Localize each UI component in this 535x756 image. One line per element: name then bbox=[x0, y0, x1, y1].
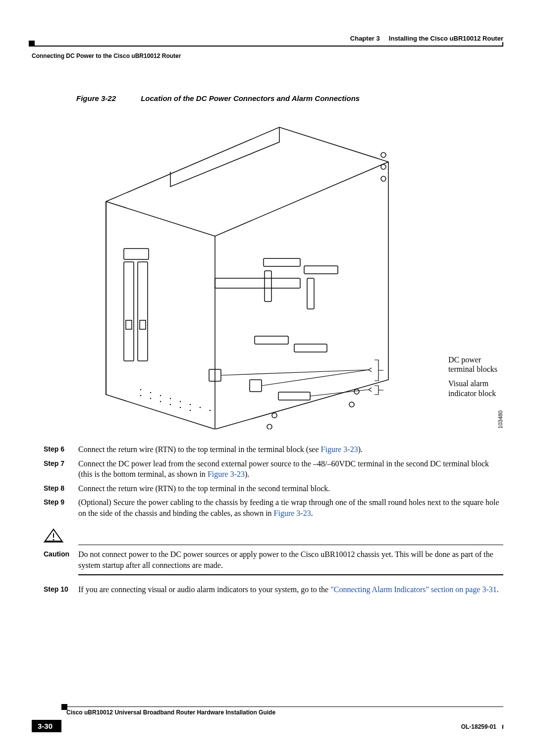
svg-point-26 bbox=[140, 395, 141, 396]
callout-text: DC power bbox=[448, 355, 497, 364]
svg-point-32 bbox=[354, 389, 359, 394]
text: Connect the return wire (RTN) to the top… bbox=[78, 445, 321, 454]
callout-text: Visual alarm bbox=[448, 379, 497, 388]
section-title: Connecting DC Power to the Cisco uBR1001… bbox=[32, 52, 503, 59]
caution-divider bbox=[78, 545, 503, 546]
caution-divider bbox=[78, 574, 503, 575]
svg-point-18 bbox=[140, 389, 141, 390]
chassis-diagram-icon bbox=[76, 112, 433, 429]
text: ). bbox=[358, 445, 363, 454]
figure-image: DC power terminal blocks Visual alarm in… bbox=[76, 112, 433, 429]
svg-rect-3 bbox=[215, 278, 300, 288]
footer-guide-title: Cisco uBR10012 Universal Broadband Route… bbox=[66, 709, 503, 716]
connecting-alarm-indicators-link[interactable]: "Connecting Alarm Indicators" section on… bbox=[330, 585, 497, 594]
svg-point-0 bbox=[381, 152, 386, 157]
callout-dc-power: DC power terminal blocks bbox=[448, 355, 497, 374]
figure-3-23-link[interactable]: Figure 3-23 bbox=[208, 470, 245, 478]
svg-point-29 bbox=[170, 404, 171, 405]
footer-rule bbox=[66, 706, 503, 707]
step-text: If you are connecting visual or audio al… bbox=[78, 584, 503, 595]
footer-marker-icon bbox=[61, 704, 67, 710]
figure-number: Figure 3-22 bbox=[76, 94, 116, 102]
svg-point-1 bbox=[381, 164, 386, 169]
svg-point-27 bbox=[150, 398, 151, 399]
text: If you are connecting visual or audio al… bbox=[78, 585, 330, 594]
svg-point-35 bbox=[267, 424, 272, 429]
step-9: Step 9 (Optional) Secure the power cabli… bbox=[44, 497, 503, 518]
page-header: Chapter 3 Installing the Cisco uBR10012 … bbox=[32, 35, 503, 50]
svg-rect-16 bbox=[126, 320, 132, 329]
caution-icon-row bbox=[44, 528, 503, 543]
caution-label: Caution bbox=[44, 549, 78, 570]
svg-point-2 bbox=[381, 176, 386, 181]
chapter-title: Installing the Cisco uBR10012 Router bbox=[389, 35, 503, 42]
step-8: Step 8 Connect the return wire (RTN) to … bbox=[44, 483, 503, 494]
svg-point-20 bbox=[160, 395, 161, 396]
text: . bbox=[497, 585, 499, 594]
page-number: 3-30 bbox=[32, 720, 61, 732]
callout-visual-alarm: Visual alarm indicator block bbox=[448, 379, 497, 398]
svg-point-24 bbox=[200, 407, 201, 408]
caution-row: Caution Do not connect power to the DC p… bbox=[44, 549, 503, 570]
svg-point-25 bbox=[210, 410, 211, 411]
svg-point-33 bbox=[349, 402, 354, 407]
step-label: Step 7 bbox=[44, 458, 78, 480]
footer-row: 3-30 OL-18259-01 bbox=[32, 720, 503, 732]
svg-rect-12 bbox=[278, 392, 310, 400]
svg-rect-5 bbox=[304, 266, 338, 274]
header-rule bbox=[32, 46, 503, 47]
text: . bbox=[311, 509, 313, 517]
step-6: Step 6 Connect the return wire (RTN) to … bbox=[44, 444, 503, 455]
document-id: OL-18259-01 bbox=[461, 723, 496, 730]
text: ). bbox=[245, 470, 249, 478]
svg-point-19 bbox=[150, 392, 151, 393]
chapter-prefix: Chapter 3 bbox=[350, 35, 380, 42]
figure-3-23-link[interactable]: Figure 3-23 bbox=[321, 445, 358, 454]
header-right-tick-icon bbox=[502, 42, 503, 46]
svg-point-30 bbox=[180, 407, 181, 408]
step-text: Connect the return wire (RTN) to the top… bbox=[78, 483, 503, 494]
footer-tick-icon bbox=[502, 725, 503, 729]
svg-rect-17 bbox=[140, 320, 146, 329]
figure-caption: Figure 3-22 Location of the DC Power Con… bbox=[76, 94, 503, 102]
svg-rect-11 bbox=[250, 380, 262, 392]
svg-point-23 bbox=[190, 404, 191, 405]
svg-point-28 bbox=[160, 401, 161, 402]
svg-rect-15 bbox=[138, 262, 148, 361]
svg-point-37 bbox=[53, 539, 54, 540]
svg-rect-9 bbox=[294, 344, 327, 352]
page-footer: Cisco uBR10012 Universal Broadband Route… bbox=[32, 706, 503, 733]
svg-rect-13 bbox=[124, 249, 149, 259]
step-text: Connect the DC power lead from the secon… bbox=[78, 458, 503, 480]
step-text: (Optional) Secure the power cabling to t… bbox=[78, 497, 503, 518]
svg-point-21 bbox=[170, 398, 171, 399]
text: Connect the DC power lead from the secon… bbox=[78, 459, 489, 479]
step-7: Step 7 Connect the DC power lead from th… bbox=[44, 458, 503, 480]
step-10: Step 10 If you are connecting visual or … bbox=[44, 584, 503, 595]
caution-text: Do not connect power to the DC power sou… bbox=[78, 549, 503, 570]
svg-rect-4 bbox=[264, 258, 300, 266]
callout-text: indicator block bbox=[448, 389, 497, 398]
step-label: Step 9 bbox=[44, 497, 78, 518]
chapter-line: Chapter 3 Installing the Cisco uBR10012 … bbox=[350, 35, 503, 42]
svg-point-34 bbox=[272, 413, 277, 418]
svg-rect-14 bbox=[124, 262, 134, 361]
step-label: Step 6 bbox=[44, 444, 78, 455]
svg-rect-8 bbox=[255, 336, 288, 344]
caution-block: Caution Do not connect power to the DC p… bbox=[44, 528, 503, 575]
figure-3-23-link[interactable]: Figure 3-23 bbox=[274, 509, 311, 517]
step-label: Step 10 bbox=[44, 584, 78, 595]
step-label: Step 8 bbox=[44, 483, 78, 494]
figure-title: Location of the DC Power Connectors and … bbox=[141, 94, 360, 102]
figure-callouts: DC power terminal blocks Visual alarm in… bbox=[448, 355, 497, 403]
page: Chapter 3 Installing the Cisco uBR10012 … bbox=[0, 0, 535, 756]
svg-rect-6 bbox=[265, 271, 271, 302]
svg-point-31 bbox=[190, 410, 191, 411]
callout-text: terminal blocks bbox=[448, 364, 497, 374]
caution-triangle-icon bbox=[44, 528, 63, 543]
figure-image-id: 103480 bbox=[497, 410, 503, 429]
svg-point-22 bbox=[180, 401, 181, 402]
step-text: Connect the return wire (RTN) to the top… bbox=[78, 444, 503, 455]
svg-rect-7 bbox=[307, 278, 314, 309]
